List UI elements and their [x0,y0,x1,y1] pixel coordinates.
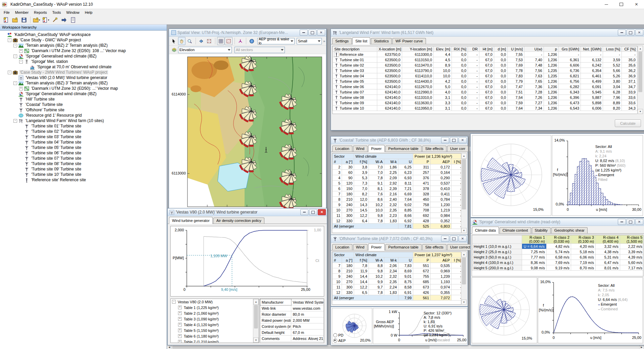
sector-row[interactable]: 71808,27,62,166,693280,411- [333,191,462,197]
height-row[interactable]: Height 3 (50,0 m a.g.l.)7,77 m/s6,58 m/s… [472,255,644,260]
sector-row[interactable]: 4905,37,82,096,933760,290- [333,175,462,181]
detail-row[interactable]: Rotor diameter80,0 m [260,311,324,317]
select-tool-button[interactable] [170,37,178,45]
column-header[interactable]: # [333,159,342,164]
power-table-item[interactable]: -Vestas V80 (2.0 MW) [171,299,259,305]
mdi-horizontal-scrollbar[interactable]: ◀ ▶ [167,345,644,349]
wind-speed-cell[interactable]: 5,74 m/s [547,249,571,255]
site-row[interactable]: Turbine site 08624140,06113310,03,10,0-6… [333,95,637,100]
all-sectors-row[interactable]: All (emerger7,815256,803- [333,224,462,229]
calculate-button[interactable]: Calculate [615,119,641,127]
collapse-toggle[interactable]: - [8,38,11,42]
sector-row[interactable]: 51207,39,12,928,114710,537- [333,181,462,186]
tree-item[interactable]: -'Sprogø' Met. station [0,59,167,64]
sector-row[interactable]: 123306,57,81,836,914260,355- [333,290,462,295]
sector-row[interactable]: 2303,87,01,866,253110,172- [333,164,462,170]
new-member-button[interactable]: ▾ [41,16,50,24]
site-row[interactable]: Turbine site 07624140,06112990,04,00,0-6… [333,89,637,95]
sector-row[interactable]: 821012,08,62,407,644500,784- [333,197,462,202]
height-row[interactable]: Height 2 (25,0 m a.g.l.)7,25 m/s5,74 m/s… [472,249,644,255]
column-header[interactable]: a [°] [342,159,354,164]
site-row[interactable]: Turbine site 02623500,06113470,08,90,0-6… [333,63,637,68]
tab-climate-data[interactable]: Climate data [472,227,499,234]
app-maximize-button[interactable] [614,0,629,9]
wind-speed-cell[interactable]: 5,18 m/s [571,249,596,255]
tree-item[interactable]: 'Hill' Turbine site [0,96,167,102]
tab-performance-table[interactable]: Performance table [385,146,422,152]
tab-power[interactable]: Power [368,145,385,152]
wind-speed-cell[interactable]: 7,25 m/s [522,249,547,255]
sector-row[interactable]: 924014,310,22,329,027581,230- [333,202,462,207]
column-header[interactable]: DR [468,46,479,52]
wind-speed-cell[interactable]: 7,19 m/s [571,260,596,265]
column-header[interactable]: Net. [GWh] [581,46,603,52]
tree-item[interactable]: -'Case Study - GWC' WAsP project [0,37,167,43]
coastal-close-button[interactable]: ✕ [459,137,467,143]
tree-item[interactable]: 'KadirOrhan_CaseStudy' WAsP workspace [0,32,167,37]
sector-row[interactable]: 821011,99,82,348,696720,969- [333,268,462,274]
tab-wind[interactable]: Wind [353,244,368,250]
sector-row[interactable]: 1027014,510,02,358,857081,219- [333,207,462,213]
power-table-item[interactable]: +Table 3 (1,090 kg/m³) [171,316,259,322]
tree-item[interactable]: 'Turbine site 06' Turbine site [0,150,167,156]
tab-air-density-correction-policy[interactable]: Air density correction policy [213,218,264,224]
wind-speed-cell[interactable]: 2,22 m/s [620,244,644,249]
tree-item[interactable]: -'Terrain analysis (IBZ) 2' Terrain anal… [0,43,167,48]
wind-speed-cell[interactable]: 7,77 m/s [522,255,547,260]
column-header[interactable]: d [m] [494,46,508,52]
tab-user-corr[interactable]: User corr [447,146,468,152]
zoom-tool-button[interactable] [186,37,194,45]
map-area[interactable]: 6114000 6113000 [169,54,326,210]
layer-dropdown[interactable]: Elevation [178,47,232,53]
grid-toggle-button[interactable] [217,37,225,45]
transfer-button[interactable] [59,16,68,24]
tab-geostrophic-shear[interactable]: Geostrophic shear [551,227,588,233]
sector-row[interactable]: 1027014,49,92,358,756851,193- [333,279,462,284]
detail-row[interactable]: Rated power (estimat2,000 MW [260,317,324,323]
power-table-item[interactable]: +Table 5 (1,150 kg/m³) [171,327,259,333]
spatial-minimize-button[interactable] [300,30,308,36]
collapse-toggle[interactable]: - [13,44,17,47]
sector-row[interactable]: 61507,08,12,397,213780,410- [333,186,462,191]
tree-item[interactable]: +'Danmark i UTM Zone 32 (ED50): 108 ...'… [0,48,167,53]
report-button[interactable] [69,16,77,24]
column-header[interactable]: P [413,258,431,263]
tab-stability[interactable]: Stability [532,227,551,233]
tree-item[interactable]: 'Turbine site 08' Turbine site [0,161,167,166]
column-header[interactable]: a [°] [342,258,354,263]
column-header[interactable]: W-A [369,159,384,164]
tab-wf-power-curve[interactable]: WF Power curve [392,38,426,44]
column-header[interactable]: U [398,159,413,164]
tree-item[interactable]: 'Sprogø' Generalised wind climate (IBZ) [0,91,167,96]
site-row[interactable]: Turbine site 10624140,06113950,03,10,0-6… [333,106,637,111]
column-header[interactable]: W-k [384,258,398,263]
menu-reports[interactable]: Reports [32,10,49,15]
sector-row[interactable]: 3603,97,02,256,232570,164- [333,170,462,175]
zoom-extents-button[interactable] [205,37,213,45]
tab-power[interactable]: Power [368,243,385,250]
tree-item[interactable]: 'Turbine site 07' Turbine site [0,156,167,161]
column-header[interactable]: p [544,46,559,52]
power-table-list[interactable]: -Vestas V80 (2.0 MW)+Table 1 (1,225 kg/m… [170,299,259,343]
wind-speed-cell[interactable]: 8,36 m/s [522,260,547,265]
tree-item[interactable]: 'Turbine site 10' Turbine site [0,172,167,177]
tab-wind[interactable]: Wind [353,146,368,152]
column-header[interactable]: W-k [384,159,398,164]
roughness-class-header[interactable]: R-class 4(0,400 m) [596,235,620,244]
gwc-minimize-button[interactable] [618,219,626,225]
pan-tool-button[interactable] [178,37,186,45]
column-header[interactable]: f [%] [354,159,369,164]
scroll-right-arrow[interactable]: ▶ [639,345,644,349]
power-table-item[interactable]: +Table 1 (1,225 kg/m³) [171,305,259,310]
tree-item[interactable]: 'Turbine site 09' Turbine site [0,166,167,172]
site-row[interactable]: Turbine site 04623500,06114110,010,00,0-… [333,73,637,79]
hatch-toggle-button[interactable] [225,37,232,45]
power-table-item[interactable]: +Table 2 (1,060 kg/m³) [171,310,259,316]
column-header[interactable]: U [m/s] [508,46,524,52]
menu-window[interactable]: Window [64,10,82,15]
scroll-thumb[interactable] [172,346,430,349]
wind-speed-cell[interactable]: 3,32 m/s [596,244,620,249]
offshore-titlebar[interactable]: 'Offshore' Turbine site (AEP 7,072 GWh ;… [331,235,468,243]
tree-item[interactable]: 'Reference site' Reference site [0,177,167,183]
collapse-toggle[interactable]: - [13,81,17,85]
